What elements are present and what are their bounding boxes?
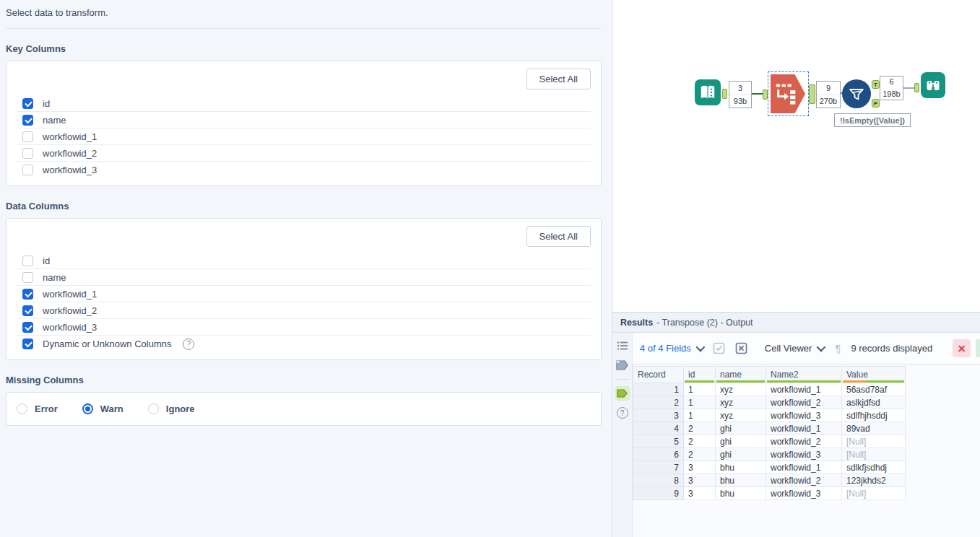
table-row: 62ghiworkflowid_3[Null] [633, 448, 906, 461]
clear-fields-icon[interactable] [735, 342, 747, 354]
record-number-cell[interactable]: 5 [633, 435, 684, 448]
data-cell[interactable]: ghi [716, 435, 766, 448]
select-fields-icon[interactable] [713, 342, 725, 354]
cell-viewer-dropdown[interactable]: Cell Viewer [765, 343, 824, 354]
data-cell[interactable]: [Null] [842, 448, 906, 461]
checkbox[interactable] [22, 322, 33, 333]
whitespace-toggle-icon[interactable]: ¶ [835, 342, 841, 354]
radio-option-ignore[interactable]: Ignore [148, 403, 195, 414]
record-number-cell[interactable]: 4 [633, 422, 684, 435]
data-cell[interactable]: aslkjdfsd [842, 396, 906, 409]
data-cell[interactable]: 56asd78af [842, 383, 906, 396]
data-cell[interactable]: workflowid_3 [766, 487, 842, 500]
data-cell[interactable]: 89vad [842, 422, 906, 435]
transpose-input-anchor[interactable] [763, 90, 768, 100]
column-header-name2[interactable]: Name2 [766, 367, 842, 383]
data-cell[interactable]: workflowid_1 [766, 422, 842, 435]
record-number-cell[interactable]: 2 [633, 396, 684, 409]
data-cell[interactable]: 2 [684, 435, 716, 448]
record-number-cell[interactable]: 7 [633, 461, 684, 474]
record-number-cell[interactable]: 8 [633, 474, 684, 487]
checkbox[interactable] [22, 305, 33, 316]
checkbox[interactable] [22, 98, 33, 109]
column-header-id[interactable]: id [684, 367, 716, 383]
data-cell[interactable]: workflowid_2 [766, 396, 842, 409]
filter-tool[interactable] [842, 79, 871, 108]
key-columns-select-all-button[interactable]: Select All [526, 69, 591, 90]
checkbox[interactable] [22, 256, 33, 266]
radio-button[interactable] [148, 403, 159, 414]
column-header-value[interactable]: Value [842, 367, 906, 383]
column-header-record[interactable]: Record [633, 367, 684, 383]
transpose-selection-box [768, 71, 809, 116]
data-cell[interactable]: 2 [684, 448, 716, 461]
input-output-anchor[interactable] [722, 89, 727, 99]
data-cell[interactable]: [Null] [842, 487, 906, 500]
fields-dropdown[interactable]: 4 of 4 Fields [640, 343, 703, 354]
data-cell[interactable]: ghi [716, 422, 766, 435]
data-cell[interactable]: bhu [716, 487, 766, 500]
data-cell[interactable]: 123jkhds2 [842, 474, 906, 487]
results-subtitle: - Transpose (2) - Output [656, 318, 753, 328]
radio-option-error[interactable]: Error [17, 403, 58, 414]
radio-button[interactable] [17, 403, 27, 414]
apply-button[interactable]: ✓ [976, 339, 980, 357]
data-cell[interactable]: 2 [684, 422, 716, 435]
browse-tool[interactable] [921, 72, 945, 98]
data-cell[interactable]: xyz [716, 396, 766, 409]
workflow-canvas[interactable]: 3 93b [612, 0, 980, 312]
checkbox[interactable] [22, 289, 33, 300]
checkbox[interactable] [22, 339, 33, 349]
radio-button[interactable] [82, 403, 93, 414]
data-cell[interactable]: 1 [684, 409, 716, 422]
connection-label-2[interactable]: 9 270b [816, 81, 841, 108]
help-icon[interactable]: ? [615, 406, 630, 420]
data-cell[interactable]: 1 [684, 396, 716, 409]
data-cell[interactable]: workflowid_3 [766, 448, 842, 461]
transpose-output-anchor[interactable] [809, 84, 815, 104]
data-cell[interactable]: xyz [716, 383, 766, 396]
record-number-cell[interactable]: 6 [633, 448, 684, 461]
data-cell[interactable]: bhu [716, 461, 766, 474]
output-anchor-icon[interactable] [615, 386, 630, 401]
checkbox[interactable] [22, 131, 33, 142]
radio-option-warn[interactable]: Warn [82, 403, 123, 414]
help-icon[interactable]: ? [183, 339, 194, 350]
metadata-list-icon[interactable] [615, 339, 630, 353]
cancel-button[interactable]: ✕ [953, 339, 971, 357]
connection-label-3[interactable]: 6 198b [880, 76, 903, 100]
data-cell[interactable]: ghi [716, 448, 766, 461]
column-label: workflowid_1 [43, 131, 97, 142]
profile-pane-icon[interactable] [615, 358, 630, 372]
browse-input-anchor[interactable] [914, 83, 919, 92]
checkbox[interactable] [22, 115, 33, 126]
data-cell[interactable]: [Null] [842, 435, 906, 448]
filter-annotation[interactable]: !IsEmpty([Value]) [834, 113, 911, 127]
data-cell[interactable]: sdlfhjhsddj [842, 409, 906, 422]
data-columns-select-all-button[interactable]: Select All [526, 226, 591, 247]
record-number-cell[interactable]: 1 [633, 383, 684, 396]
filter-false-anchor[interactable]: F [872, 99, 880, 108]
record-number-cell[interactable]: 3 [633, 409, 684, 422]
data-cell[interactable]: workflowid_1 [766, 461, 842, 474]
connection-label-1[interactable]: 3 93b [729, 81, 752, 108]
data-cell[interactable]: bhu [716, 474, 766, 487]
data-cell[interactable]: 3 [684, 474, 716, 487]
data-cell[interactable]: workflowid_1 [766, 383, 842, 396]
data-cell[interactable]: sdlkfjsdhdj [842, 461, 906, 474]
data-cell[interactable]: xyz [716, 409, 766, 422]
data-cell[interactable]: 3 [684, 461, 716, 474]
column-header-name[interactable]: name [716, 367, 766, 383]
data-cell[interactable]: 3 [684, 487, 716, 500]
checkbox[interactable] [22, 272, 33, 283]
checkbox[interactable] [22, 165, 33, 175]
data-cell[interactable]: workflowid_2 [766, 474, 842, 487]
checkbox[interactable] [22, 148, 33, 159]
filter-true-anchor[interactable]: T [872, 80, 880, 89]
input-data-tool[interactable] [695, 79, 721, 105]
data-cell[interactable]: 1 [684, 383, 716, 396]
data-cell[interactable]: workflowid_2 [766, 435, 842, 448]
record-number-cell[interactable]: 9 [633, 487, 684, 500]
data-cell[interactable]: workflowid_3 [766, 409, 842, 422]
data-size: 198b [883, 88, 900, 100]
